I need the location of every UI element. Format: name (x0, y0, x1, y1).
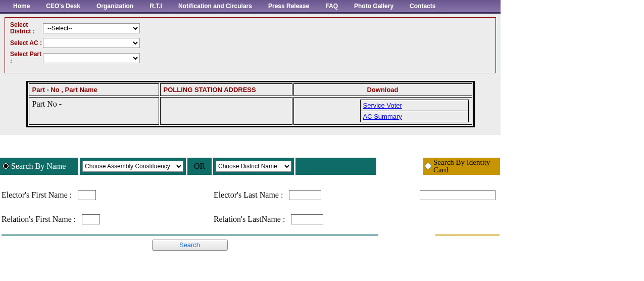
assembly-constituency-select[interactable]: Choose Assembly Constituency (82, 161, 183, 172)
th-download: Download (293, 83, 472, 96)
nav-notifications[interactable]: Notification and Circulars (170, 3, 260, 10)
search-section: Search By Name Choose Assembly Constitue… (0, 158, 500, 251)
part-no-text: Part No - (32, 100, 62, 108)
identity-card-input[interactable] (420, 190, 496, 200)
or-label: OR (187, 158, 212, 175)
district-select[interactable]: --Select-- (43, 23, 140, 33)
elector-first-name-label: Elector's First Name : (2, 191, 72, 200)
district-name-select[interactable]: Choose District Name (216, 161, 291, 172)
relation-first-name-input[interactable] (82, 214, 100, 224)
gold-divider (435, 235, 500, 236)
search-button[interactable]: Search (152, 240, 228, 251)
part-label: Select Part : (10, 51, 43, 64)
th-part: Part - No , Part Name (29, 83, 159, 96)
search-by-id-label: Search By Identity Card (433, 159, 499, 174)
relation-first-name-label: Relation's First Name : (2, 215, 76, 224)
relation-last-name-input[interactable] (291, 214, 323, 224)
service-voter-link[interactable]: Service Voter (363, 102, 402, 109)
nav-home[interactable]: Home (5, 3, 38, 10)
elector-last-name-input[interactable] (289, 190, 321, 200)
ac-select[interactable] (43, 38, 140, 48)
elector-last-name-label: Elector's Last Name : (214, 191, 283, 200)
ac-label: Select AC : (10, 40, 43, 46)
search-by-id-radio[interactable] (425, 163, 431, 169)
ac-summary-link[interactable]: AC Summary (363, 113, 402, 120)
nav-organization[interactable]: Organization (88, 3, 141, 10)
top-nav: Home CEO's Desk Organization R.T.I Notif… (0, 0, 501, 14)
nav-contacts[interactable]: Contacts (402, 3, 443, 10)
results-table-section: Part - No , Part Name POLLING STATION AD… (0, 73, 501, 135)
search-by-name-label: Search By Name (11, 162, 66, 171)
nav-press-release[interactable]: Press Release (260, 3, 317, 10)
elector-first-name-input[interactable] (78, 190, 96, 200)
teal-blank (295, 158, 376, 175)
nav-rti[interactable]: R.T.I (141, 3, 170, 10)
search-by-name-radio[interactable] (3, 163, 9, 169)
table-row: Part No - Service Voter AC Summary (29, 97, 472, 125)
nav-photo-gallery[interactable]: Photo Gallery (346, 3, 402, 10)
teal-divider (2, 235, 378, 236)
district-label: Select District : (10, 22, 43, 35)
polling-address-cell (160, 97, 292, 125)
relation-last-name-label: Relation's LastName : (214, 215, 285, 224)
th-polling: POLLING STATION ADDRESS (160, 83, 292, 96)
nav-ceo-desk[interactable]: CEO's Desk (38, 3, 88, 10)
search-by-id-cell[interactable]: Search By Identity Card (423, 158, 500, 175)
results-table: Part - No , Part Name POLLING STATION AD… (26, 81, 475, 127)
nav-faq[interactable]: FAQ (317, 3, 346, 10)
filter-section: Select District : --Select-- Select AC :… (0, 14, 501, 73)
part-select[interactable] (43, 53, 140, 63)
search-by-name-cell[interactable]: Search By Name (0, 158, 78, 175)
